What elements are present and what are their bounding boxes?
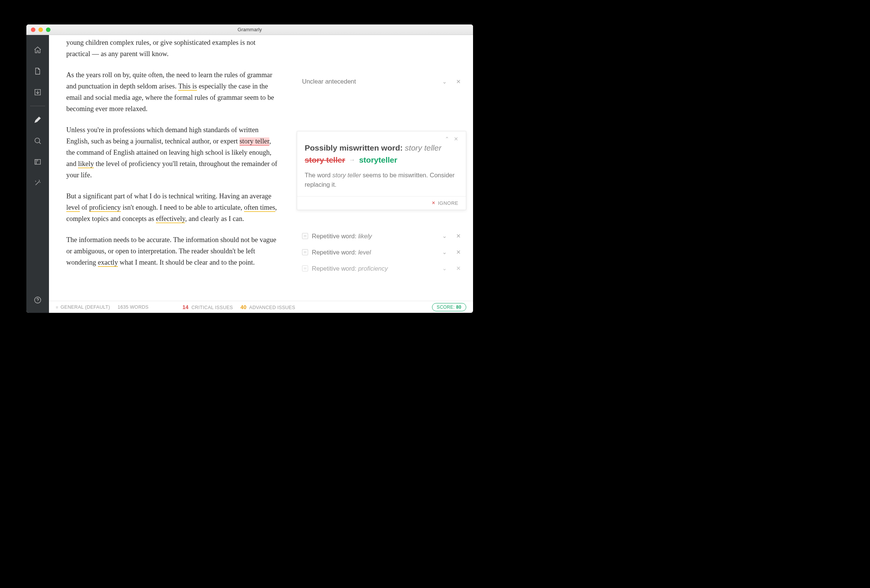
advanced-issues[interactable]: 40 ADVANCED ISSUES [240, 304, 295, 310]
pen-icon[interactable] [33, 115, 42, 124]
highlight-wording[interactable]: often times [244, 204, 275, 212]
wand-icon[interactable] [33, 178, 42, 187]
highlight-wording[interactable]: exactly [98, 259, 118, 267]
import-icon[interactable] [33, 88, 42, 97]
paragraph: As the years roll on by, quite often, th… [66, 70, 278, 115]
svg-point-0 [35, 138, 40, 143]
badge-icon: H [302, 233, 308, 239]
badge-icon: H [302, 265, 308, 271]
close-icon[interactable]: ✕ [456, 233, 461, 239]
paragraph: Unless you're in professions which deman… [66, 125, 278, 181]
card-correction: story teller → storyteller [297, 152, 466, 171]
issue-item-repetitive-likely[interactable]: H Repetitive word: likely ⌄ ✕ [295, 228, 468, 244]
chevron-down-icon[interactable]: ⌄ [442, 78, 447, 85]
highlight-miswritten[interactable]: story teller [240, 137, 269, 146]
issue-item-unclear-antecedent[interactable]: Unclear antecedent ⌄ ✕ [295, 73, 468, 90]
titlebar: Grammarly [26, 24, 473, 35]
fullscreen-window-button[interactable] [46, 27, 50, 32]
word-count[interactable]: 1635 WORDS [118, 305, 148, 310]
chevron-down-icon[interactable]: ⌄ [442, 233, 447, 239]
issue-item-repetitive-level[interactable]: H Repetitive word: level ⌄ ✕ [295, 244, 468, 260]
paragraph: young children complex rules, or give so… [66, 37, 278, 60]
traffic-lights [26, 27, 50, 32]
home-icon[interactable] [33, 46, 42, 55]
strike-word: story teller [305, 155, 345, 165]
highlight-wording[interactable]: effectively [156, 215, 185, 223]
close-icon[interactable]: ✕ [456, 265, 461, 272]
issues-panel: Unclear antecedent ⌄ ✕ ⌃ ✕ Possibly misw… [295, 35, 473, 301]
issue-label: Unclear antecedent [302, 78, 356, 85]
badge-icon: H [302, 249, 308, 255]
document-text[interactable]: young children complex rules, or give so… [49, 35, 295, 301]
chevron-down-icon[interactable]: ⌄ [442, 249, 447, 256]
paragraph: The information needs to be accurate. Th… [66, 235, 278, 268]
main-row: young children complex rules, or give so… [49, 35, 473, 301]
close-window-button[interactable] [31, 27, 35, 32]
sidebar-divider [30, 106, 45, 106]
x-icon: ✕ [432, 200, 436, 206]
close-icon[interactable]: ✕ [454, 136, 458, 142]
search-icon[interactable] [33, 136, 42, 145]
sidebar [26, 35, 49, 313]
card-title: Possibly miswritten word: story teller [297, 143, 466, 152]
highlight-repetitive[interactable]: likely [78, 160, 94, 168]
card-footer: ✕ IGNORE [297, 196, 466, 210]
minimize-window-button[interactable] [38, 27, 43, 32]
critical-issues[interactable]: 14 CRITICAL ISSUES [182, 304, 233, 310]
issue-item-repetitive-proficiency[interactable]: H Repetitive word: proficiency ⌄ ✕ [295, 260, 468, 277]
editor-area: young children complex rules, or give so… [49, 35, 473, 313]
content-area: young children complex rules, or give so… [26, 35, 473, 313]
issue-card-miswritten: ⌃ ✕ Possibly miswritten word: story tell… [297, 131, 466, 210]
apply-correction-button[interactable]: storyteller [359, 155, 397, 165]
chevron-up-icon[interactable]: ⌃ [445, 136, 449, 142]
card-description: The word story teller seems to be miswri… [297, 171, 466, 196]
ignore-button[interactable]: ✕ IGNORE [432, 200, 458, 206]
score-badge[interactable]: SCORE: 80 [432, 303, 466, 311]
highlight-unclear[interactable]: This is [178, 82, 197, 91]
close-icon[interactable]: ✕ [456, 78, 461, 85]
paragraph: But a significant part of what I do is t… [66, 191, 278, 225]
app-window: Grammarly [26, 24, 473, 313]
new-document-icon[interactable] [33, 67, 42, 76]
status-bar: ≡ GENERAL (DEFAULT) 1635 WORDS 14 CRITIC… [49, 301, 473, 313]
arrow-right-icon: → [349, 156, 355, 164]
highlight-repetitive[interactable]: proficiency [89, 204, 121, 212]
help-icon[interactable] [33, 296, 42, 305]
chevron-down-icon[interactable]: ⌄ [442, 265, 447, 272]
menu-icon: ≡ [56, 305, 58, 309]
writing-mode[interactable]: ≡ GENERAL (DEFAULT) [56, 305, 110, 310]
highlight-repetitive[interactable]: level [66, 204, 80, 212]
close-icon[interactable]: ✕ [456, 249, 461, 256]
window-title: Grammarly [238, 27, 262, 32]
card-header: ⌃ ✕ [297, 131, 466, 143]
dictionary-icon[interactable] [33, 157, 42, 166]
issue-list: H Repetitive word: likely ⌄ ✕ H Repetiti… [295, 228, 468, 277]
